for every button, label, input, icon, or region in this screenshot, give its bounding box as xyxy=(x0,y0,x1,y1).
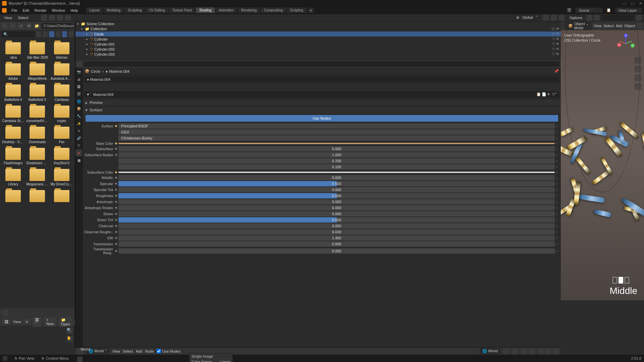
use-nodes-checkbox[interactable]: Use Nodes xyxy=(157,349,180,353)
img-view-menu[interactable]: View xyxy=(13,320,21,324)
ne-overlay-icon[interactable] xyxy=(545,348,551,354)
img-new-button[interactable]: + New xyxy=(44,317,56,326)
forward-button[interactable]: → xyxy=(9,22,16,29)
menu-render[interactable]: Render xyxy=(33,8,49,13)
path-field[interactable]: C:\Users\Tim\Docume... xyxy=(42,23,73,29)
refresh-button[interactable]: ⟳ xyxy=(25,22,32,29)
tab-modeling[interactable]: Modeling xyxy=(104,7,124,13)
menu-help[interactable]: Help xyxy=(68,8,80,13)
prop-extra[interactable]: 0.100 xyxy=(118,164,555,170)
prop-metallic[interactable]: 0.000 xyxy=(118,175,555,180)
tab-world[interactable]: 🌐 xyxy=(75,98,82,105)
outliner-item[interactable]: ▸▽ Cylinder.003 ▽ 👁 xyxy=(75,52,561,57)
material-slot[interactable]: ● Material.004 xyxy=(84,76,559,82)
tab-texture[interactable]: ▦ xyxy=(75,157,82,164)
nav-gizmo[interactable]: X Y Z xyxy=(617,35,634,52)
menu-edit[interactable]: Edit xyxy=(21,8,31,13)
prop-sheen[interactable]: 0.000 xyxy=(118,211,555,217)
layer-icon[interactable]: 📋 xyxy=(604,7,613,13)
image-texture-node[interactable]: Single ImageColor SpaceLinearVector xyxy=(189,353,233,362)
filter-icon[interactable] xyxy=(594,15,600,21)
pan-icon[interactable] xyxy=(635,66,641,72)
crumb-material[interactable]: Material.004 xyxy=(109,69,129,73)
use-nodes-button[interactable]: Use Nodes xyxy=(86,115,558,122)
outliner-collection[interactable]: ▾📁 Collection ☑ 👁 xyxy=(75,26,561,32)
up-button[interactable]: ↗ xyxy=(17,22,24,29)
filter-funnel-icon[interactable] xyxy=(636,15,642,21)
transform-icon[interactable] xyxy=(57,15,63,21)
surface-section-header[interactable]: ▾Surface xyxy=(83,107,561,114)
material-datablock[interactable]: ●˅Material.004 📋 📄 ✕ ▽˅ xyxy=(84,91,559,98)
outliner-search-input[interactable] xyxy=(601,15,635,20)
tab-particles[interactable]: ✨ xyxy=(75,120,82,127)
prop-clearcoat[interactable]: 0.000 xyxy=(118,223,555,229)
ne-add-menu[interactable]: Add xyxy=(136,349,143,353)
img-open-button[interactable]: 📁 Open xyxy=(58,317,73,327)
editor-type-icon[interactable] xyxy=(77,61,82,67)
tab-render[interactable]: 📷 xyxy=(75,68,82,75)
tab-output[interactable]: 🖨 xyxy=(75,76,82,82)
prop-base-color[interactable] xyxy=(118,143,555,144)
vp-view-menu[interactable]: View xyxy=(594,24,602,28)
file-search-input[interactable] xyxy=(1,31,35,37)
menu-window[interactable]: Window xyxy=(50,8,67,13)
tab-texture-paint[interactable]: Texture Paint xyxy=(169,7,195,13)
folder-item[interactable]: Autodesk App... xyxy=(50,62,73,82)
zoom-icon[interactable] xyxy=(635,57,641,64)
prop-extra[interactable]: 0.200 xyxy=(118,158,555,164)
copy-icon[interactable] xyxy=(512,348,518,354)
folder-item[interactable]: convertedVid... xyxy=(25,104,49,124)
prop-specular-tint[interactable]: 0.000 xyxy=(118,187,555,192)
prop-subsurface-color[interactable] xyxy=(118,172,555,173)
tab-physics[interactable]: ⚛ xyxy=(75,127,82,134)
snap-toggle-icon[interactable] xyxy=(551,15,557,21)
node-wrangler-icon[interactable]: ▽˅ xyxy=(552,92,557,97)
tab-rendering[interactable]: Rendering xyxy=(238,7,260,13)
add-workspace-button[interactable]: + xyxy=(308,8,314,13)
menu-select[interactable]: Select xyxy=(16,15,31,20)
folder-item[interactable]: KeyShot 6 xyxy=(50,146,73,166)
folder-item[interactable]: Adobe xyxy=(1,62,25,82)
ne-snap-icon[interactable] xyxy=(553,348,559,354)
props-search-input[interactable] xyxy=(84,61,559,67)
tab-scene[interactable]: 🎬 xyxy=(75,90,82,97)
new-icon[interactable] xyxy=(503,348,509,354)
copy-material-icon[interactable]: 📄 xyxy=(542,92,546,97)
proportional-icon[interactable] xyxy=(559,15,565,21)
editor-type-icon[interactable] xyxy=(586,15,592,21)
3d-viewport[interactable]: User Orthographic (29) Collection | Circ… xyxy=(561,30,644,300)
ne-view-menu[interactable]: View xyxy=(112,349,120,353)
sss-method-dropdown[interactable]: Christensen-Burley xyxy=(118,135,555,141)
orientation-dropdown[interactable]: ⊕ Global ˅ xyxy=(514,15,541,20)
display-grid-icon[interactable] xyxy=(49,31,54,37)
folder-item[interactable]: Battlefield V xyxy=(25,83,49,103)
unlink-material-icon[interactable]: ✕ xyxy=(547,92,550,97)
unlink-icon[interactable] xyxy=(521,348,527,354)
outliner-item[interactable]: ▸▽ Circle ▽ 👁 xyxy=(75,32,561,37)
outliner-scene-collection[interactable]: ▾📁 Scene Collection xyxy=(75,21,561,26)
tab-layout[interactable]: Layout xyxy=(86,7,103,13)
back-button[interactable]: ← xyxy=(1,22,8,29)
folder-item[interactable]: Megascans Li... xyxy=(25,168,49,187)
axis-x-icon[interactable]: X xyxy=(617,43,621,47)
display-list-icon[interactable] xyxy=(36,31,41,37)
img-dropdown[interactable]: 🖼˅ xyxy=(33,317,42,327)
surface-shader-dropdown[interactable]: Principled BSDF xyxy=(118,123,555,129)
folder-item[interactable] xyxy=(25,189,49,205)
folder-item[interactable]: Library xyxy=(1,168,25,187)
folder-item[interactable]: 3dsmax xyxy=(50,41,73,61)
prop-transmission-roug--[interactable]: 0.000 xyxy=(118,248,555,254)
folder-item[interactable] xyxy=(1,189,25,205)
prop-ior[interactable]: 1.450 xyxy=(118,235,555,241)
tab-data[interactable]: ▽ xyxy=(75,142,82,149)
snap-icon[interactable] xyxy=(65,15,71,21)
menu-file[interactable]: File xyxy=(9,8,19,13)
world-datablock[interactable]: 🌐 World xyxy=(480,348,500,354)
folder-item[interactable]: .idea xyxy=(1,41,25,61)
pin-icon[interactable]: 📌 xyxy=(554,69,559,73)
prop-specular[interactable]: 0.500 xyxy=(118,181,555,186)
pan-icon[interactable]: ✋ xyxy=(67,336,73,342)
visibility-icon[interactable] xyxy=(637,23,643,29)
tab-constraints[interactable]: 🔗 xyxy=(75,135,82,141)
pin-icon[interactable] xyxy=(529,348,535,354)
